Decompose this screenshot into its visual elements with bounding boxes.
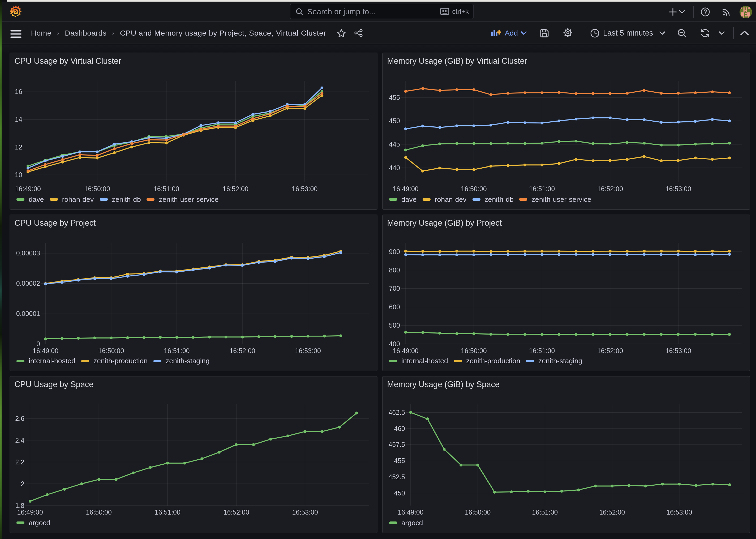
svg-text:16:50:00: 16:50:00 [99, 347, 124, 354]
svg-text:2: 2 [21, 480, 25, 488]
svg-text:16:49:00: 16:49:00 [398, 509, 424, 516]
svg-text:16:49:00: 16:49:00 [393, 347, 419, 354]
svg-text:16:50:00: 16:50:00 [84, 185, 110, 193]
svg-text:700: 700 [389, 285, 400, 292]
svg-text:16:53:00: 16:53:00 [296, 347, 321, 354]
svg-text:2.6: 2.6 [15, 415, 25, 423]
svg-text:16:53:00: 16:53:00 [292, 185, 318, 193]
svg-text:16:53:00: 16:53:00 [293, 509, 318, 516]
svg-text:800: 800 [389, 266, 400, 274]
svg-text:16:53:00: 16:53:00 [666, 509, 692, 516]
svg-text:16:52:00: 16:52:00 [230, 347, 255, 354]
svg-text:460: 460 [394, 425, 405, 432]
svg-text:462.5: 462.5 [389, 409, 405, 416]
svg-text:16:50:00: 16:50:00 [86, 509, 112, 516]
svg-text:16:49:00: 16:49:00 [18, 509, 43, 516]
svg-text:16:49:00: 16:49:00 [33, 347, 59, 354]
svg-text:16:51:00: 16:51:00 [155, 509, 181, 516]
svg-text:16:50:00: 16:50:00 [465, 509, 491, 516]
svg-text:16:51:00: 16:51:00 [529, 347, 555, 354]
svg-text:16:51:00: 16:51:00 [529, 185, 555, 193]
svg-text:500: 500 [389, 322, 400, 329]
svg-text:600: 600 [389, 303, 400, 311]
svg-text:16:51:00: 16:51:00 [154, 185, 179, 193]
svg-text:16:50:00: 16:50:00 [461, 185, 487, 193]
svg-text:16:52:00: 16:52:00 [224, 509, 249, 516]
svg-text:16:53:00: 16:53:00 [666, 185, 692, 193]
svg-text:16:51:00: 16:51:00 [532, 509, 558, 516]
svg-text:10: 10 [15, 171, 23, 179]
svg-text:16:50:00: 16:50:00 [461, 347, 487, 354]
svg-text:457.5: 457.5 [389, 441, 405, 448]
svg-text:445: 445 [389, 141, 400, 148]
svg-text:0.00003: 0.00003 [17, 249, 40, 257]
svg-text:16:52:00: 16:52:00 [599, 509, 625, 516]
svg-text:16: 16 [15, 88, 23, 96]
svg-text:16:49:00: 16:49:00 [15, 185, 41, 193]
svg-text:0.00001: 0.00001 [17, 310, 40, 317]
svg-text:400: 400 [389, 340, 400, 347]
svg-text:2.2: 2.2 [15, 459, 25, 466]
svg-text:16:51:00: 16:51:00 [164, 347, 190, 354]
svg-text:0: 0 [36, 340, 40, 347]
svg-text:455: 455 [394, 457, 405, 465]
svg-text:450: 450 [389, 117, 400, 125]
svg-text:2.4: 2.4 [15, 437, 25, 444]
svg-text:16:52:00: 16:52:00 [597, 185, 623, 193]
svg-text:450: 450 [394, 490, 405, 497]
svg-text:16:49:00: 16:49:00 [393, 185, 419, 193]
svg-text:14: 14 [15, 116, 23, 123]
svg-text:452.5: 452.5 [389, 473, 405, 481]
svg-text:455: 455 [389, 94, 400, 102]
svg-text:16:53:00: 16:53:00 [666, 347, 692, 354]
svg-text:16:52:00: 16:52:00 [597, 347, 623, 354]
svg-text:900: 900 [389, 248, 400, 255]
svg-text:0.00002: 0.00002 [17, 279, 40, 287]
svg-text:12: 12 [15, 144, 23, 151]
svg-text:16:52:00: 16:52:00 [223, 185, 248, 193]
svg-text:440: 440 [389, 164, 400, 172]
svg-text:1.8: 1.8 [15, 502, 25, 509]
